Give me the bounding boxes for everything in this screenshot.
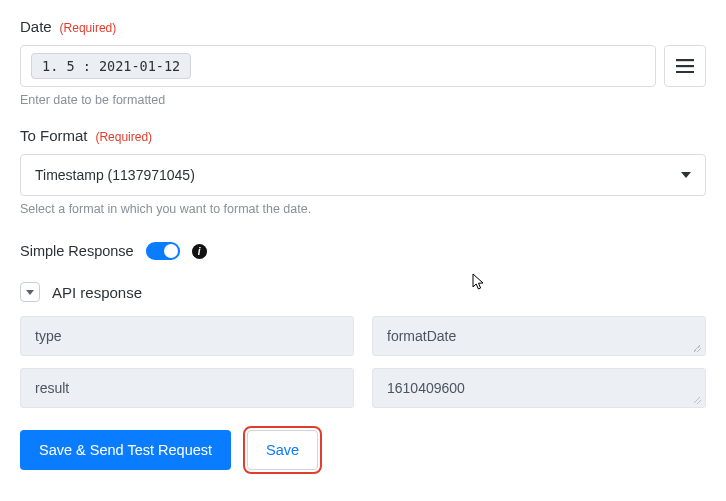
- api-response-collapse-button[interactable]: [20, 282, 40, 302]
- to-format-select[interactable]: Timestamp (1137971045): [20, 154, 706, 196]
- svg-rect-0: [676, 59, 694, 61]
- date-helper-text: Enter date to be formatted: [20, 93, 706, 107]
- caret-down-icon: [681, 172, 691, 178]
- date-input-menu-button[interactable]: [664, 45, 706, 87]
- save-send-test-label: Save & Send Test Request: [39, 442, 212, 458]
- info-icon[interactable]: i: [192, 244, 207, 259]
- api-key-text: type: [35, 328, 61, 344]
- api-response-grid: type formatDate result 1610409600: [20, 316, 706, 408]
- simple-response-toggle[interactable]: [146, 242, 180, 260]
- api-value-cell[interactable]: formatDate: [372, 316, 706, 356]
- date-token-pill[interactable]: 1. 5 : 2021-01-12: [31, 53, 191, 79]
- svg-rect-1: [676, 65, 694, 67]
- date-input-row: 1. 5 : 2021-01-12: [20, 45, 706, 87]
- chevron-down-icon: [26, 290, 34, 295]
- to-format-label: To Format: [20, 127, 88, 144]
- simple-response-label: Simple Response: [20, 243, 134, 259]
- to-format-field: To Format (Required) Timestamp (11379710…: [20, 127, 706, 216]
- api-key-text: result: [35, 380, 69, 396]
- button-row: Save & Send Test Request Save: [20, 430, 706, 470]
- toggle-knob: [164, 244, 178, 258]
- api-key-cell[interactable]: type: [20, 316, 354, 356]
- date-label: Date: [20, 18, 52, 35]
- api-value-text: 1610409600: [387, 380, 465, 396]
- save-send-test-button[interactable]: Save & Send Test Request: [20, 430, 231, 470]
- date-field: Date (Required) 1. 5 : 2021-01-12 Enter …: [20, 18, 706, 107]
- to-format-helper-text: Select a format in which you want to for…: [20, 202, 706, 216]
- date-input[interactable]: 1. 5 : 2021-01-12: [20, 45, 656, 87]
- to-format-required-tag: (Required): [95, 130, 152, 144]
- api-value-cell[interactable]: 1610409600: [372, 368, 706, 408]
- hamburger-icon: [676, 59, 694, 73]
- save-label: Save: [266, 442, 299, 458]
- to-format-selected-value: Timestamp (1137971045): [35, 167, 195, 183]
- save-button[interactable]: Save: [247, 430, 318, 470]
- api-response-title: API response: [52, 284, 142, 301]
- date-required-tag: (Required): [60, 21, 117, 35]
- api-response-header: API response: [20, 282, 706, 302]
- svg-rect-2: [676, 71, 694, 73]
- api-key-cell[interactable]: result: [20, 368, 354, 408]
- simple-response-row: Simple Response i: [20, 242, 706, 260]
- api-value-text: formatDate: [387, 328, 456, 344]
